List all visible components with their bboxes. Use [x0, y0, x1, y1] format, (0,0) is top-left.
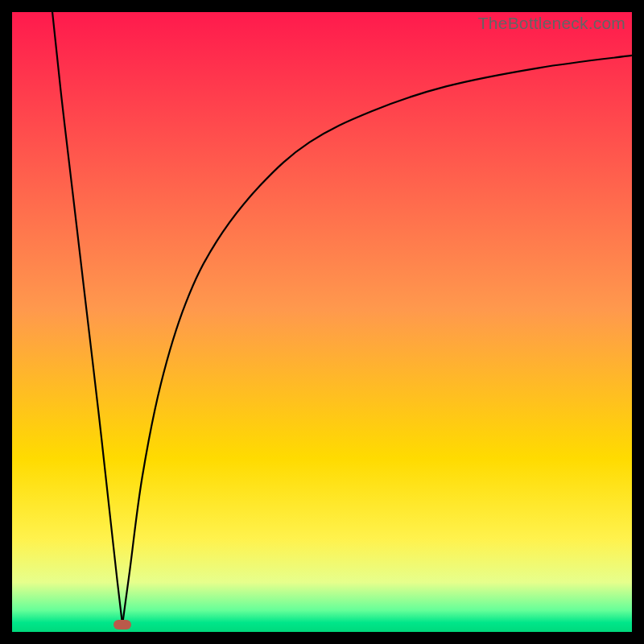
plot-area [12, 12, 632, 632]
gradient-background [12, 12, 632, 632]
minimum-marker [114, 620, 131, 630]
watermark-text: TheBottleneck.com [478, 14, 625, 33]
chart-canvas [12, 12, 632, 632]
plot-frame: TheBottleneck.com [12, 12, 632, 632]
